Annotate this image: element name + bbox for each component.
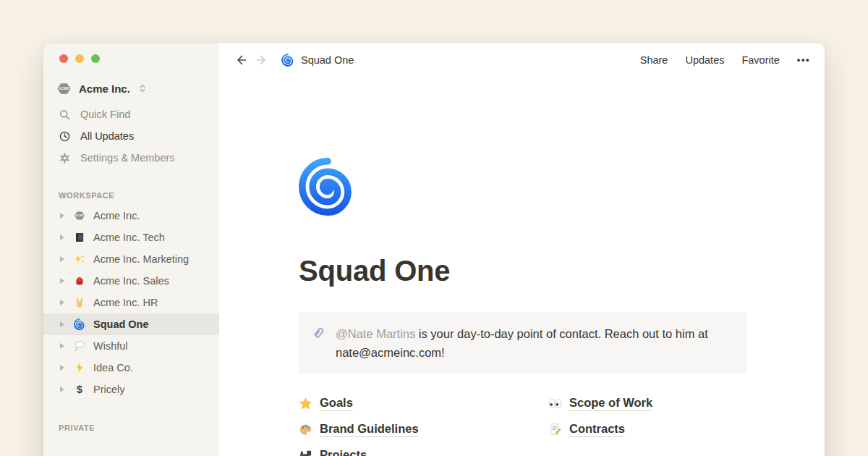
clock-icon — [59, 130, 71, 143]
sidebar-page-item-label: Pricely — [93, 384, 125, 395]
sidebar-item-settings-members[interactable]: Settings & Members — [43, 147, 219, 169]
expand-triangle-icon[interactable] — [60, 387, 64, 392]
share-button[interactable]: Share — [640, 54, 668, 66]
forward-arrow-icon[interactable] — [255, 53, 269, 67]
callout-text: @Nate Martins is your day-to-day point o… — [336, 324, 735, 362]
history-navigation — [234, 53, 269, 67]
breadcrumb[interactable]: Squad One — [281, 54, 354, 67]
app-window: Acme Inc. Quick Find All Updates Setting… — [43, 43, 825, 456]
window-controls — [43, 43, 219, 63]
sidebar-item-all-updates[interactable]: All Updates — [43, 125, 219, 147]
topbar: Squad One Share Updates Favorite ••• — [219, 43, 825, 76]
expand-triangle-icon[interactable] — [60, 256, 64, 262]
sparkles-icon — [74, 253, 85, 265]
menu-item-label: All Updates — [80, 130, 134, 142]
link-columns: Goals Brand Guidelines Projects Scope of… — [299, 394, 747, 456]
spiral-icon — [74, 318, 85, 330]
victory-hand-icon — [74, 297, 85, 308]
topbar-actions: Share Updates Favorite ••• — [640, 54, 810, 66]
sidebar-menu: Quick Find All Updates Settings & Member… — [43, 104, 219, 169]
page-link-label: Goals — [320, 396, 353, 411]
expand-triangle-icon[interactable] — [60, 235, 64, 240]
sidebar-page-item-label: Acme Inc. Marketing — [93, 253, 189, 265]
notebook-icon — [74, 232, 85, 243]
expand-triangle-icon[interactable] — [60, 343, 64, 349]
sidebar-page-item[interactable]: Acme Inc. Marketing — [43, 248, 219, 270]
main-area: Squad One Share Updates Favorite ••• Squ… — [219, 43, 825, 456]
sidebar-page-item[interactable]: Acme Inc. Tech — [43, 227, 219, 248]
palette-icon — [299, 423, 312, 436]
workspace-item-list: Acme Inc. Acme Inc. Tech Acme Inc. Marke… — [43, 205, 219, 400]
locomotive-icon — [299, 449, 312, 456]
page-title: Squad One — [299, 255, 747, 287]
page-link-label: Projects — [320, 448, 367, 456]
paperclip-icon — [311, 326, 326, 341]
sidebar-page-item-label: Acme Inc. — [93, 210, 140, 221]
workspace-name: Acme Inc. — [79, 83, 130, 95]
page-spiral-icon[interactable] — [299, 158, 357, 216]
user-mention[interactable]: @Nate Martins — [336, 327, 415, 340]
page-link-label: Brand Guidelines — [320, 422, 419, 437]
lightning-icon — [74, 362, 85, 373]
chevron-updown-icon — [137, 83, 148, 93]
updates-button[interactable]: Updates — [685, 54, 724, 66]
breadcrumb-title: Squad One — [301, 54, 354, 66]
sidebar-page-item[interactable]: Pricely — [43, 379, 219, 400]
sidebar-page-item-label: Acme Inc. Tech — [93, 232, 165, 243]
expand-triangle-icon[interactable] — [60, 365, 64, 371]
sidebar-page-item-label: Idea Co. — [93, 362, 133, 373]
sidebar-page-item-label: Acme Inc. Sales — [93, 275, 169, 287]
acme-logo-icon — [74, 210, 85, 221]
menu-item-label: Settings & Members — [80, 152, 175, 164]
sidebar: Acme Inc. Quick Find All Updates Setting… — [43, 43, 219, 456]
expand-triangle-icon[interactable] — [60, 321, 64, 327]
sidebar-page-item[interactable]: Acme Inc. — [43, 205, 219, 227]
dollar-icon — [74, 384, 85, 395]
page-link-label: Scope of Work — [569, 396, 652, 411]
more-menu-button[interactable]: ••• — [797, 54, 810, 65]
sidebar-page-item[interactable]: Squad One — [43, 313, 219, 335]
page-link[interactable]: Goals — [299, 394, 548, 412]
search-icon — [59, 109, 71, 121]
private-section-label: PRIVATE — [43, 423, 219, 432]
sidebar-page-item[interactable]: Idea Co. — [43, 357, 219, 379]
sidebar-page-item-label: Wishful — [93, 340, 128, 352]
acme-logo-icon — [56, 81, 72, 96]
expand-triangle-icon[interactable] — [60, 278, 64, 284]
menu-item-label: Quick Find — [80, 109, 130, 120]
expand-triangle-icon[interactable] — [60, 300, 64, 305]
close-window-button[interactable] — [59, 54, 68, 63]
thought-balloon-icon — [74, 340, 85, 352]
callout-block: @Nate Martins is your day-to-day point o… — [299, 312, 747, 374]
spiral-icon — [281, 54, 294, 67]
expand-triangle-icon[interactable] — [60, 213, 64, 219]
back-arrow-icon[interactable] — [234, 53, 248, 67]
sidebar-page-item[interactable]: Acme Inc. HR — [43, 292, 219, 313]
backpack-icon — [74, 275, 85, 287]
workspace-section-label: WORKSPACE — [43, 191, 219, 200]
page-link[interactable]: Brand Guidelines — [299, 421, 548, 438]
eyes-icon — [548, 397, 562, 410]
link-column-left: Goals Brand Guidelines Projects — [299, 394, 548, 456]
workspace-switcher[interactable]: Acme Inc. — [43, 78, 219, 98]
page-content: Squad One @Nate Martins is your day-to-d… — [219, 76, 747, 456]
page-link-label: Contracts — [569, 422, 625, 437]
sidebar-page-item[interactable]: Acme Inc. Sales — [43, 270, 219, 292]
zoom-window-button[interactable] — [91, 54, 100, 63]
sidebar-page-item-label: Squad One — [93, 318, 149, 330]
minimize-window-button[interactable] — [75, 54, 84, 63]
sidebar-page-item-label: Acme Inc. HR — [93, 297, 158, 308]
star-icon — [299, 397, 312, 410]
link-column-right: Scope of Work Contracts — [548, 394, 747, 456]
page-link[interactable]: Contracts — [548, 421, 747, 438]
favorite-button[interactable]: Favorite — [741, 54, 779, 66]
page-link[interactable]: Scope of Work — [548, 394, 747, 412]
sidebar-item-quick-find[interactable]: Quick Find — [43, 104, 219, 125]
gear-icon — [59, 152, 71, 164]
memo-pencil-icon — [548, 423, 562, 436]
sidebar-page-item[interactable]: Wishful — [43, 335, 219, 357]
page-link[interactable]: Projects — [299, 447, 548, 456]
